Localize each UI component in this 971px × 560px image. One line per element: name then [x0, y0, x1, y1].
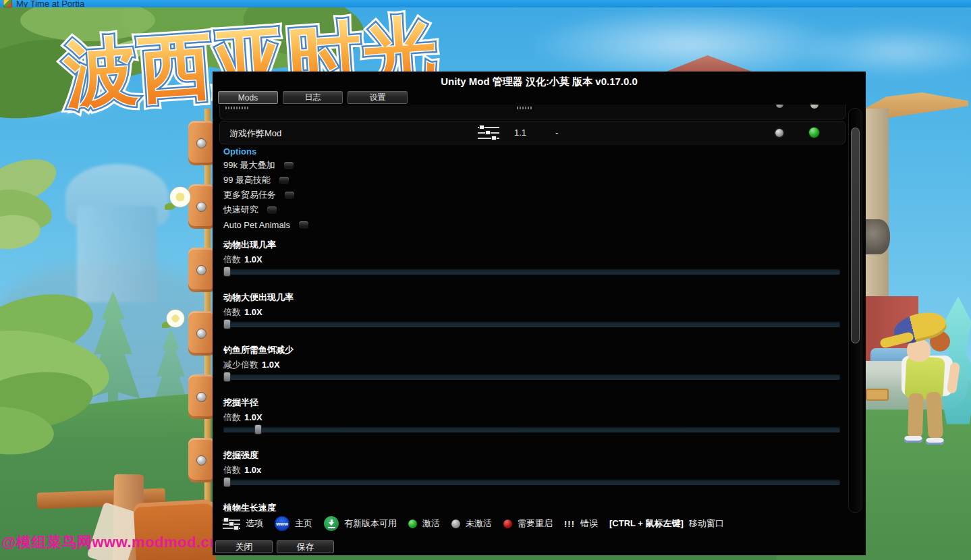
- wooden-plaque: [188, 374, 215, 419]
- mod-toggle-partial[interactable]: [776, 105, 783, 108]
- restart-status-icon: [503, 520, 512, 528]
- mod-manager-window: Unity Mod 管理器 汉化:小莫 版本 v0.17.0.0 Mods 日志…: [213, 72, 866, 555]
- flower: [167, 310, 184, 327]
- checkbox-99k-max-stack[interactable]: [284, 162, 294, 169]
- mod-enable-toggle[interactable]: [775, 129, 783, 137]
- mod-options-icon[interactable]: [478, 125, 499, 142]
- player-character: [881, 312, 966, 447]
- slider-title: 挖掘强度: [223, 448, 845, 463]
- slider-group-dig-radius: 挖掘半径 倍数1.0X: [219, 390, 845, 443]
- slider-group-dig-strength: 挖掘强度 倍数1.0x: [219, 443, 845, 495]
- mod-name: 游戏作弊Mod: [229, 128, 281, 140]
- slider-thumb[interactable]: [223, 267, 231, 277]
- close-button[interactable]: 关闭: [215, 540, 273, 554]
- checkbox-99-max-skill[interactable]: [279, 177, 289, 184]
- mod-row-game-cheat: 游戏作弊Mod 1.1 -: [219, 121, 845, 144]
- clipped-row: [219, 105, 845, 119]
- slider-animal-poop-rate[interactable]: [223, 321, 840, 327]
- slider-fishing-bait-reduction[interactable]: [223, 374, 840, 380]
- slider-title: 挖掘半径: [223, 395, 845, 410]
- panel-title: Unity Mod 管理器 汉化:小莫 版本 v0.17.0.0: [213, 72, 866, 88]
- legend-error: !!! 错误: [564, 517, 598, 530]
- slider-value: 倍数1.0X: [223, 410, 845, 425]
- status-legend-bar: 选项 www 主页 有新版本可用 激活 未激活 需要重启 !!! 错误: [223, 514, 724, 533]
- window-title-text: My Time at Portia: [16, 0, 84, 7]
- slider-group-animal-poop-rate: 动物大便出现几率 倍数1.0X: [219, 285, 845, 337]
- windmill-tower: [866, 109, 889, 306]
- slider-thumb[interactable]: [223, 477, 231, 487]
- option-row: 快速研究: [219, 202, 845, 217]
- mod-status-dot-partial: [810, 105, 819, 109]
- save-button[interactable]: 保存: [276, 540, 335, 554]
- checkbox-auto-pet-animals[interactable]: [299, 221, 308, 229]
- option-row: 99k 最大叠加: [219, 158, 845, 173]
- option-label: 99 最高技能: [223, 174, 271, 186]
- clipped-text-fragment: [517, 107, 532, 109]
- scrollbar[interactable]: [848, 108, 862, 513]
- error-marks-icon: !!!: [564, 519, 575, 529]
- scrollbar-thumb[interactable]: [851, 128, 860, 343]
- tab-log[interactable]: 日志: [282, 90, 343, 105]
- slider-title: 钓鱼所需鱼饵减少: [223, 343, 845, 358]
- option-label: 更多贸易任务: [223, 189, 276, 201]
- option-row: Auto Pet Animals: [219, 217, 845, 232]
- flower: [170, 187, 190, 207]
- legend-move-window-hint: [CTRL + 鼠标左键] 移动窗口: [609, 517, 724, 530]
- slider-title: 动物出现几率: [223, 237, 845, 252]
- homepage-globe-icon: www: [275, 516, 289, 531]
- legend-options: 选项: [223, 517, 263, 530]
- options-sliders-icon: [223, 517, 240, 530]
- slider-title: 植物生长速度: [223, 501, 845, 511]
- slider-animal-spawn-rate[interactable]: [223, 269, 840, 275]
- slider-thumb[interactable]: [223, 319, 231, 329]
- slider-dig-strength[interactable]: [223, 479, 840, 485]
- hotkey-label: [CTRL + 鼠标左键]: [609, 517, 684, 530]
- option-row: 99 最高技能: [219, 173, 845, 188]
- character-shoe: [904, 436, 922, 443]
- slider-value: 倍数1.0x: [223, 463, 845, 478]
- mod-version: 1.1: [514, 128, 526, 138]
- slider-value: 倍数1.0X: [223, 305, 845, 320]
- legend-active: 激活: [408, 517, 440, 530]
- option-label: 99k 最大叠加: [223, 159, 275, 171]
- checkbox-quick-research[interactable]: [267, 206, 277, 214]
- option-label: 快速研究: [223, 204, 258, 216]
- tab-bar: Mods 日志 设置: [217, 90, 408, 105]
- watermark-text: @模组菜鸟网www.modmod.cn: [1, 532, 219, 553]
- character-shoe: [926, 438, 944, 445]
- inactive-status-icon: [451, 520, 460, 528]
- update-download-icon: [324, 516, 339, 531]
- slider-thumb[interactable]: [223, 372, 231, 382]
- tab-settings[interactable]: 设置: [347, 90, 408, 105]
- character-leg: [908, 393, 924, 439]
- wooden-plaque: [188, 311, 215, 356]
- mod-list-content: 游戏作弊Mod 1.1 - Options 99k 最大叠加 99 最高技能 更…: [219, 105, 845, 511]
- windmill-hub: [866, 219, 890, 254]
- wooden-plaque: [188, 248, 215, 292]
- character-leg: [926, 391, 943, 439]
- options-header: Options: [219, 146, 845, 158]
- slider-group-fishing-bait-reduction: 钓鱼所需鱼饵减少 减少倍数1.0X: [219, 337, 845, 390]
- slider-thumb[interactable]: [254, 424, 262, 435]
- mod-manager-requirement: -: [555, 128, 558, 138]
- slider-value: 减少倍数1.0X: [223, 358, 845, 372]
- slider-dig-radius[interactable]: [223, 426, 840, 432]
- slider-group-plant-growth-speed: 植物生长速度 倍数1.0X: [219, 495, 845, 511]
- active-status-icon: [408, 520, 417, 528]
- legend-inactive: 未激活: [451, 517, 492, 530]
- option-row: 更多贸易任务: [219, 188, 845, 202]
- cloud: [796, 24, 971, 78]
- distant-tower: [59, 164, 174, 302]
- slider-group-animal-spawn-rate: 动物出现几率 倍数1.0X: [219, 232, 845, 285]
- mod-status-dot-active: [809, 128, 819, 138]
- app-icon: [3, 0, 12, 7]
- footer-buttons: 关闭 保存: [215, 540, 335, 554]
- slider-title: 动物大便出现几率: [223, 290, 845, 305]
- window-titlebar[interactable]: My Time at Portia: [0, 0, 971, 7]
- checkbox-more-trade-missions[interactable]: [285, 192, 294, 199]
- option-label: Auto Pet Animals: [223, 220, 290, 230]
- legend-needs-restart: 需要重启: [503, 517, 553, 530]
- slider-value: 倍数1.0X: [223, 252, 845, 267]
- tab-mods[interactable]: Mods: [217, 90, 279, 105]
- legend-homepage: www 主页: [275, 516, 312, 531]
